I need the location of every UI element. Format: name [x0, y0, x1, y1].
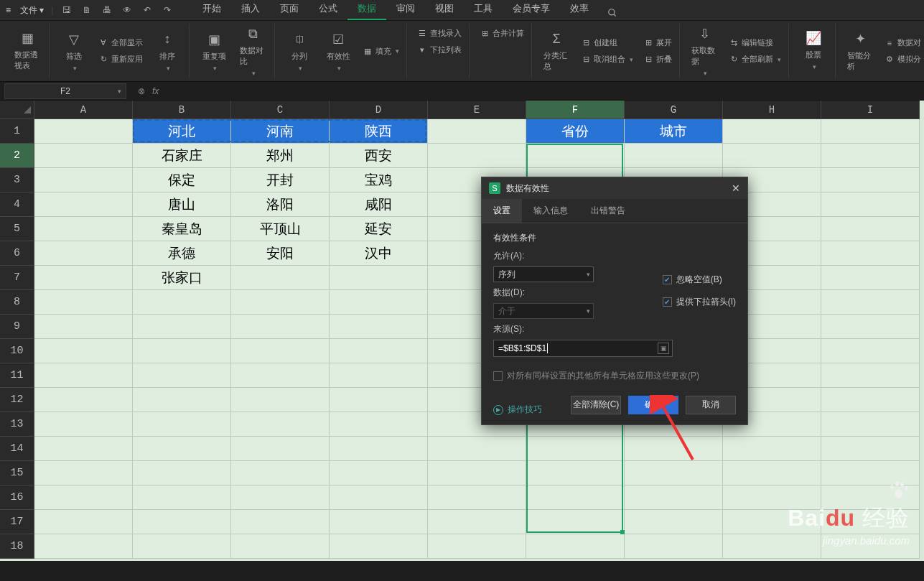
cell-I10[interactable] [821, 339, 920, 363]
col-header-E[interactable]: E [428, 101, 526, 119]
save-as-icon[interactable]: 🗎 [80, 4, 93, 17]
cell-C11[interactable] [231, 363, 330, 388]
cell-E18[interactable] [428, 534, 526, 559]
cell-E2[interactable] [428, 144, 526, 168]
cell-D18[interactable] [330, 534, 428, 559]
col-header-B[interactable]: B [133, 101, 231, 119]
menu-tab-3[interactable]: 公式 [309, 0, 347, 20]
ungroup-button[interactable]: ⊟取消组合 [578, 52, 636, 66]
menu-tab-2[interactable]: 页面 [270, 0, 309, 20]
cell-A10[interactable] [34, 339, 133, 363]
cell-I2[interactable] [821, 144, 920, 168]
cell-F2[interactable] [526, 144, 625, 168]
cell-G2[interactable] [625, 144, 723, 168]
simulate-button[interactable]: ⚙模拟分 [882, 52, 924, 66]
row-header-4[interactable]: 4 [0, 192, 34, 217]
duplicates-button[interactable]: ▣ 重复项 [197, 28, 231, 75]
cell-F16[interactable] [526, 485, 625, 510]
cell-C1[interactable]: 河南 [231, 119, 330, 144]
col-header-D[interactable]: D [330, 101, 428, 119]
cell-B17[interactable] [133, 510, 231, 534]
cell-G1[interactable]: 城市 [625, 119, 723, 144]
cell-A6[interactable] [34, 241, 133, 266]
cell-E1[interactable] [428, 119, 526, 144]
dialog-tab-2[interactable]: 出错警告 [579, 199, 637, 223]
cell-A16[interactable] [34, 485, 133, 510]
cell-D17[interactable] [330, 510, 428, 534]
print-preview-icon[interactable]: 👁 [121, 4, 134, 17]
row-header-7[interactable]: 7 [0, 266, 34, 290]
cell-D14[interactable] [330, 437, 428, 461]
dialog-tab-0[interactable]: 设置 [482, 199, 522, 223]
cell-A11[interactable] [34, 363, 133, 388]
cell-H16[interactable] [723, 485, 821, 510]
cell-I9[interactable] [821, 315, 920, 339]
stocks-button[interactable]: 📈 股票 [796, 27, 831, 73]
row-header-15[interactable]: 15 [0, 461, 34, 485]
cell-A17[interactable] [34, 510, 133, 534]
cell-H14[interactable] [723, 437, 821, 461]
cell-C18[interactable] [231, 534, 330, 559]
menu-tab-5[interactable]: 审阅 [386, 0, 425, 20]
cell-B14[interactable] [133, 437, 231, 461]
menu-icon[interactable]: ≡ [6, 5, 13, 15]
cell-G17[interactable] [625, 510, 723, 534]
cell-I17[interactable] [821, 510, 920, 534]
row-header-16[interactable]: 16 [0, 485, 34, 510]
menu-tab-7[interactable]: 工具 [464, 0, 503, 20]
menu-tab-8[interactable]: 会员专享 [503, 0, 560, 20]
cell-F1[interactable]: 省份 [526, 119, 625, 144]
row-header-18[interactable]: 18 [0, 534, 34, 559]
menu-tab-0[interactable]: 开始 [192, 0, 231, 20]
cell-B2[interactable]: 石家庄 [133, 144, 231, 168]
cell-H18[interactable] [723, 534, 821, 559]
col-header-A[interactable]: A [34, 101, 133, 119]
cell-I18[interactable] [821, 534, 920, 559]
cell-D12[interactable] [330, 388, 428, 412]
cell-C14[interactable] [231, 437, 330, 461]
cell-B4[interactable]: 唐山 [133, 192, 231, 217]
menu-tab-9[interactable]: 效率 [560, 0, 599, 20]
undo-icon[interactable]: ↶ [141, 4, 154, 17]
cell-B11[interactable] [133, 363, 231, 388]
cell-C15[interactable] [231, 461, 330, 485]
cell-A14[interactable] [34, 437, 133, 461]
cell-B18[interactable] [133, 534, 231, 559]
cell-C16[interactable] [231, 485, 330, 510]
cell-A3[interactable] [34, 168, 133, 192]
redo-icon[interactable]: ↷ [161, 4, 174, 17]
row-header-3[interactable]: 3 [0, 168, 34, 192]
cell-G14[interactable] [625, 437, 723, 461]
cell-B12[interactable] [133, 388, 231, 412]
cell-A2[interactable] [34, 144, 133, 168]
print-icon[interactable]: 🖶 [101, 4, 113, 17]
ok-button[interactable]: 确定 [628, 396, 678, 414]
cell-D6[interactable]: 汉中 [330, 241, 428, 266]
fill-button[interactable]: ▦填充 [360, 45, 402, 58]
row-header-11[interactable]: 11 [0, 363, 34, 388]
cell-F17[interactable] [526, 510, 625, 534]
cell-H17[interactable] [723, 510, 821, 534]
cell-B9[interactable] [133, 315, 231, 339]
cell-B16[interactable] [133, 485, 231, 510]
cell-I4[interactable] [821, 192, 920, 217]
row-header-12[interactable]: 12 [0, 388, 34, 412]
dialog-titlebar[interactable]: S 数据有效性 ✕ [482, 177, 747, 199]
cell-B10[interactable] [133, 339, 231, 363]
cell-H2[interactable] [723, 144, 821, 168]
data-compare2-button[interactable]: ≡数据对 [882, 36, 924, 50]
cell-F18[interactable] [526, 534, 625, 559]
cell-D2[interactable]: 西安 [330, 144, 428, 168]
cell-B15[interactable] [133, 461, 231, 485]
row-header-6[interactable]: 6 [0, 241, 34, 266]
range-selector-icon[interactable]: ▣ [658, 343, 669, 354]
cell-A12[interactable] [34, 388, 133, 412]
apply-all-checkbox[interactable]: ✔ 对所有同样设置的其他所有单元格应用这些更改(P) [493, 370, 699, 382]
cell-I11[interactable] [821, 363, 920, 388]
cell-D8[interactable] [330, 290, 428, 315]
cell-C12[interactable] [231, 388, 330, 412]
cell-C5[interactable]: 平顶山 [231, 217, 330, 241]
refresh-all-button[interactable]: ↻全部刷新 [726, 52, 784, 66]
showall-button[interactable]: ∀全部显示 [95, 36, 146, 50]
cell-I7[interactable] [821, 266, 920, 290]
